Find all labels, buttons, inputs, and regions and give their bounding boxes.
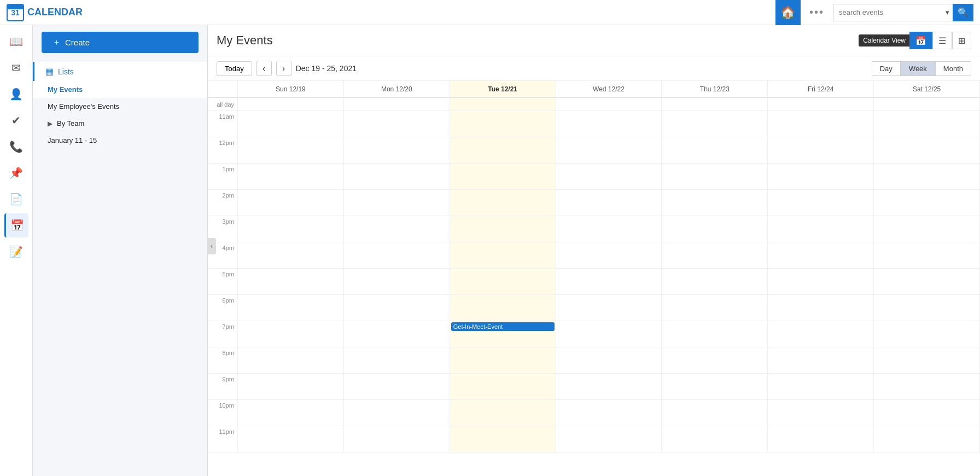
cell-1pm-wed[interactable] <box>556 164 662 190</box>
cell-5pm-sun[interactable] <box>238 269 344 295</box>
cell-4pm-sun[interactable] <box>238 242 344 269</box>
cell-9pm-fri[interactable] <box>768 374 874 400</box>
cell-3pm-mon[interactable] <box>344 216 450 242</box>
sidebar-item-my-employees-events[interactable]: My Employee's Events <box>33 98 207 115</box>
cell-10pm-mon[interactable] <box>344 400 450 426</box>
cell-8pm-wed[interactable] <box>556 347 662 374</box>
search-input[interactable] <box>833 4 942 21</box>
cell-1pm-mon[interactable] <box>344 164 450 190</box>
cell-9pm-sun[interactable] <box>238 374 344 400</box>
cell-11pm-fri[interactable] <box>768 426 874 452</box>
cell-6pm-mon[interactable] <box>344 295 450 321</box>
cell-7pm-tue[interactable]: Get-In-Meet-Event <box>450 321 556 347</box>
cell-2pm-fri[interactable] <box>768 190 874 216</box>
cell-6pm-wed[interactable] <box>556 295 662 321</box>
cell-12pm-thu[interactable] <box>662 137 768 164</box>
cell-10pm-fri[interactable] <box>768 400 874 426</box>
sidebar-icon-contact[interactable]: 👤 <box>4 82 28 106</box>
cell-12pm-fri[interactable] <box>768 137 874 164</box>
cell-9pm-wed[interactable] <box>556 374 662 400</box>
all-day-wed[interactable] <box>556 98 662 111</box>
cell-7pm-mon[interactable] <box>344 321 450 347</box>
search-go-button[interactable]: 🔍 <box>953 4 973 21</box>
cell-8pm-sat[interactable] <box>874 347 980 374</box>
cell-12pm-wed[interactable] <box>556 137 662 164</box>
cell-1pm-tue[interactable] <box>450 164 556 190</box>
cell-5pm-tue[interactable] <box>450 269 556 295</box>
cell-11am-wed[interactable] <box>556 111 662 137</box>
sidebar-icon-pin[interactable]: 📌 <box>4 161 28 185</box>
cell-11pm-mon[interactable] <box>344 426 450 452</box>
day-tab-week[interactable]: Week <box>901 61 935 76</box>
cell-2pm-sun[interactable] <box>238 190 344 216</box>
cell-11am-sun[interactable] <box>238 111 344 137</box>
cell-1pm-thu[interactable] <box>662 164 768 190</box>
cell-8pm-thu[interactable] <box>662 347 768 374</box>
cell-11pm-wed[interactable] <box>556 426 662 452</box>
sidebar-icon-mail[interactable]: ✉ <box>4 56 28 80</box>
cell-4pm-mon[interactable] <box>344 242 450 269</box>
sidebar-icon-note[interactable]: 📝 <box>4 240 28 264</box>
cell-9pm-sat[interactable] <box>874 374 980 400</box>
view-btn-grid[interactable]: ⊞ <box>952 32 971 49</box>
cell-12pm-sat[interactable] <box>874 137 980 164</box>
cell-5pm-mon[interactable] <box>344 269 450 295</box>
calendar-grid-container[interactable]: Sun 12/19 Mon 12/20 Tue 12/21 Wed 12/22 … <box>208 81 980 476</box>
cell-2pm-thu[interactable] <box>662 190 768 216</box>
cell-8pm-mon[interactable] <box>344 347 450 374</box>
cell-5pm-fri[interactable] <box>768 269 874 295</box>
sidebar-icon-doc[interactable]: 📄 <box>4 187 28 211</box>
cell-7pm-wed[interactable] <box>556 321 662 347</box>
view-btn-calendar[interactable]: 📅 <box>909 32 932 49</box>
sidebar-item-january[interactable]: January 11 - 15 <box>33 132 207 149</box>
create-button[interactable]: ＋ Create <box>42 32 199 53</box>
sidebar-icon-book[interactable]: 📖 <box>4 30 28 54</box>
cell-11pm-tue[interactable] <box>450 426 556 452</box>
cell-3pm-wed[interactable] <box>556 216 662 242</box>
all-day-sat[interactable] <box>874 98 980 111</box>
cell-6pm-tue[interactable] <box>450 295 556 321</box>
cell-1pm-fri[interactable] <box>768 164 874 190</box>
cell-5pm-thu[interactable] <box>662 269 768 295</box>
cell-2pm-tue[interactable] <box>450 190 556 216</box>
cell-11am-thu[interactable] <box>662 111 768 137</box>
sidebar-item-my-events[interactable]: My Events <box>33 81 207 98</box>
cell-10pm-sat[interactable] <box>874 400 980 426</box>
cell-5pm-wed[interactable] <box>556 269 662 295</box>
cell-5pm-sat[interactable] <box>874 269 980 295</box>
cell-11pm-sat[interactable] <box>874 426 980 452</box>
all-day-mon[interactable] <box>344 98 450 111</box>
cell-3pm-sat[interactable] <box>874 216 980 242</box>
cell-3pm-sun[interactable] <box>238 216 344 242</box>
cell-6pm-fri[interactable] <box>768 295 874 321</box>
cell-11am-fri[interactable] <box>768 111 874 137</box>
cell-10pm-thu[interactable] <box>662 400 768 426</box>
cell-4pm-sat[interactable] <box>874 242 980 269</box>
cell-2pm-wed[interactable] <box>556 190 662 216</box>
cell-10pm-tue[interactable] <box>450 400 556 426</box>
cell-6pm-thu[interactable] <box>662 295 768 321</box>
cell-7pm-fri[interactable] <box>768 321 874 347</box>
all-day-fri[interactable] <box>768 98 874 111</box>
cell-11pm-sun[interactable] <box>238 426 344 452</box>
cell-8pm-fri[interactable] <box>768 347 874 374</box>
day-tab-day[interactable]: Day <box>872 61 901 76</box>
event-get-in-meet[interactable]: Get-In-Meet-Event <box>451 322 555 331</box>
cell-10pm-sun[interactable] <box>238 400 344 426</box>
cell-2pm-sat[interactable] <box>874 190 980 216</box>
cell-4pm-thu[interactable] <box>662 242 768 269</box>
day-tab-month[interactable]: Month <box>935 61 971 76</box>
sidebar-icon-calendar[interactable]: 📅 <box>4 213 28 237</box>
cell-4pm-fri[interactable] <box>768 242 874 269</box>
cell-9pm-mon[interactable] <box>344 374 450 400</box>
cell-9pm-thu[interactable] <box>662 374 768 400</box>
cell-4pm-wed[interactable] <box>556 242 662 269</box>
view-btn-list[interactable]: ☰ <box>932 32 952 49</box>
cell-8pm-sun[interactable] <box>238 347 344 374</box>
cell-11am-tue[interactable] <box>450 111 556 137</box>
sidebar-item-by-team[interactable]: ▶ By Team <box>33 115 207 132</box>
cell-2pm-mon[interactable] <box>344 190 450 216</box>
cell-8pm-tue[interactable] <box>450 347 556 374</box>
cell-12pm-tue[interactable] <box>450 137 556 164</box>
cell-12pm-sun[interactable] <box>238 137 344 164</box>
